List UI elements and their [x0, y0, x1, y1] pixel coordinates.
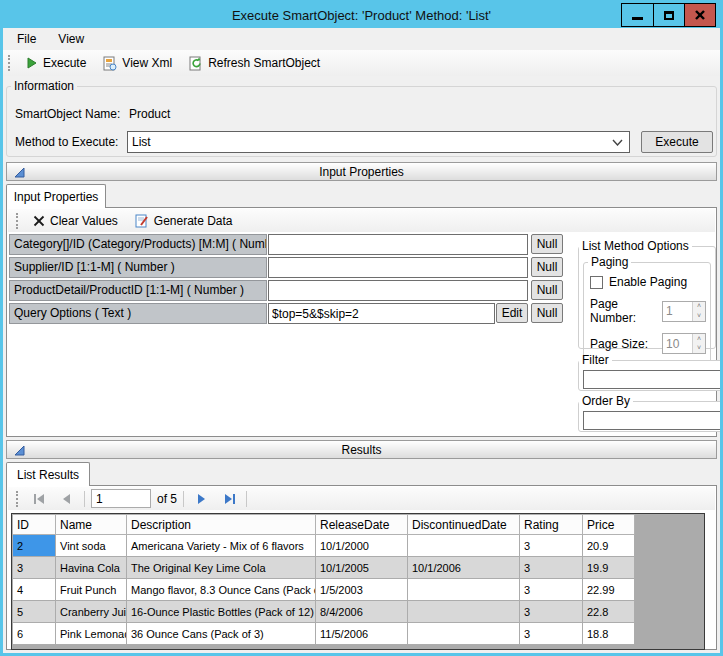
close-button[interactable]: [684, 4, 715, 26]
maximize-icon: [664, 11, 674, 20]
minimize-button[interactable]: [622, 4, 653, 26]
table-cell[interactable]: [408, 535, 520, 557]
table-cell[interactable]: 10/1/2000: [316, 535, 408, 557]
table-cell[interactable]: Vint soda: [56, 535, 127, 557]
spin-up-icon[interactable]: ˄: [693, 334, 705, 344]
table-cell[interactable]: 22.8: [583, 601, 635, 623]
table-row: 5Cranberry Juice16-Ounce Plastic Bottles…: [13, 601, 635, 623]
table-cell[interactable]: 20.9: [583, 535, 635, 557]
method-combobox[interactable]: List: [127, 131, 630, 153]
null-button[interactable]: Null: [531, 257, 563, 277]
property-value-input[interactable]: [268, 234, 528, 255]
enable-paging-checkbox[interactable]: [590, 276, 603, 289]
clear-values-button[interactable]: Clear Values: [28, 212, 123, 230]
table-cell[interactable]: 3: [520, 535, 583, 557]
xml-document-icon: [102, 56, 117, 71]
table-cell[interactable]: Mango flavor, 8.3 Ounce Cans (Pack of 24…: [127, 579, 316, 601]
collapse-icon[interactable]: [14, 167, 25, 178]
page-number-value: [663, 302, 692, 321]
property-value-input[interactable]: [268, 280, 528, 301]
table-cell[interactable]: 5: [13, 601, 56, 623]
table-cell[interactable]: Pink Lemonade: [56, 623, 127, 645]
tab-list-results[interactable]: List Results: [6, 462, 90, 486]
column-header-id[interactable]: ID: [13, 515, 56, 535]
table-cell[interactable]: 4: [13, 579, 56, 601]
generate-data-button[interactable]: Generate Data: [129, 211, 238, 230]
last-page-button[interactable]: [218, 489, 240, 508]
clear-values-label: Clear Values: [50, 214, 118, 228]
column-header-name[interactable]: Name: [56, 515, 127, 535]
null-button[interactable]: Null: [531, 303, 563, 323]
spin-up-icon[interactable]: ˄: [693, 302, 705, 312]
table-cell[interactable]: 3: [520, 579, 583, 601]
null-button[interactable]: Null: [531, 234, 563, 254]
separator: [183, 491, 184, 507]
query-options-input[interactable]: [268, 303, 495, 324]
previous-page-button[interactable]: [56, 489, 78, 508]
table-cell[interactable]: 10/1/2006: [408, 557, 520, 579]
property-value-input[interactable]: [268, 257, 528, 278]
spin-down-icon[interactable]: ˅: [693, 311, 705, 321]
page-size-stepper[interactable]: ˄ ˅: [662, 333, 706, 354]
generate-data-icon: [134, 213, 149, 228]
table-cell[interactable]: 18.8: [583, 623, 635, 645]
generate-data-label: Generate Data: [154, 214, 233, 228]
maximize-button[interactable]: [653, 4, 684, 26]
filter-input[interactable]: [583, 370, 723, 389]
menu-view[interactable]: View: [58, 32, 84, 46]
execute-toolbar-button[interactable]: Execute: [20, 54, 91, 72]
null-button[interactable]: Null: [531, 280, 563, 300]
table-cell[interactable]: 3: [520, 623, 583, 645]
execute-button[interactable]: Execute: [641, 131, 713, 153]
order-by-input[interactable]: [583, 411, 723, 430]
input-properties-toolbar: Clear Values Generate Data: [8, 209, 715, 232]
spin-down-icon[interactable]: ˅: [693, 344, 705, 354]
table-cell[interactable]: Americana Variety - Mix of 6 flavors: [127, 535, 316, 557]
table-cell[interactable]: 3: [13, 557, 56, 579]
first-page-button[interactable]: [28, 489, 50, 508]
column-header-discontinueddate[interactable]: DiscontinuedDate: [408, 515, 520, 535]
table-cell[interactable]: [408, 623, 520, 645]
column-header-price[interactable]: Price: [583, 515, 635, 535]
table-cell[interactable]: The Original Key Lime Cola: [127, 557, 316, 579]
order-by-group: Order By Set: [578, 394, 723, 432]
table-cell[interactable]: 10/1/2005: [316, 557, 408, 579]
table-cell[interactable]: 22.99: [583, 579, 635, 601]
smartobject-name-label: SmartObject Name:: [15, 107, 120, 121]
table-cell[interactable]: 3: [520, 557, 583, 579]
table-cell[interactable]: 1/5/2003: [316, 579, 408, 601]
table-cell[interactable]: 8/4/2006: [316, 601, 408, 623]
table-cell[interactable]: 6: [13, 623, 56, 645]
column-header-rating[interactable]: Rating: [520, 515, 583, 535]
table-cell[interactable]: 16-Ounce Plastic Bottles (Pack of 12): [127, 601, 316, 623]
titlebar[interactable]: Execute SmartObject: 'Product' Method: '…: [3, 3, 720, 28]
page-count-label: of 5: [157, 492, 177, 506]
input-properties-section-title: Input Properties: [319, 165, 404, 179]
table-cell[interactable]: 3: [520, 601, 583, 623]
view-xml-button[interactable]: View Xml: [97, 54, 177, 73]
page-number-stepper[interactable]: ˄ ˅: [662, 301, 706, 322]
refresh-smartobject-button[interactable]: Refresh SmartObject: [183, 54, 325, 73]
table-cell[interactable]: [408, 579, 520, 601]
edit-button[interactable]: Edit: [496, 303, 528, 323]
table-cell[interactable]: Havina Cola: [56, 557, 127, 579]
column-header-description[interactable]: Description: [127, 515, 316, 535]
order-by-title: Order By: [579, 394, 633, 408]
column-header-releasedate[interactable]: ReleaseDate: [316, 515, 408, 535]
input-properties-section-header[interactable]: Input Properties: [6, 162, 717, 181]
table-cell[interactable]: Fruit Punch: [56, 579, 127, 601]
menu-file[interactable]: File: [17, 32, 36, 46]
next-page-button[interactable]: [190, 489, 212, 508]
table-cell[interactable]: 36 Ounce Cans (Pack of 3): [127, 623, 316, 645]
results-section-header[interactable]: Results: [6, 440, 717, 459]
collapse-icon[interactable]: [14, 445, 25, 456]
tab-input-properties[interactable]: Input Properties: [6, 184, 106, 208]
table-cell[interactable]: 19.9: [583, 557, 635, 579]
results-grid: IDNameDescriptionReleaseDateDiscontinued…: [11, 513, 705, 650]
table-cell[interactable]: 11/5/2006: [316, 623, 408, 645]
page-number-input[interactable]: [91, 489, 151, 508]
table-cell[interactable]: Cranberry Juice: [56, 601, 127, 623]
enable-paging-label: Enable Paging: [609, 275, 687, 289]
table-cell[interactable]: 2: [13, 535, 56, 557]
table-cell[interactable]: [408, 601, 520, 623]
